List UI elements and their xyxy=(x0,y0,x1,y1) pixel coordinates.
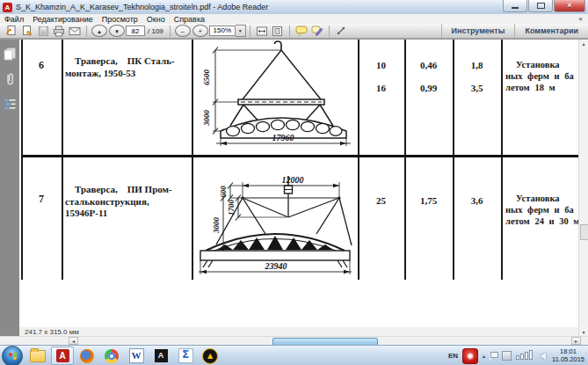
vertical-scrollbar-thumb[interactable] xyxy=(580,224,588,240)
toolbar-separator xyxy=(86,26,87,37)
comments-panel-button[interactable]: Комментарии xyxy=(514,24,588,38)
network-signal-icon[interactable] xyxy=(516,352,533,360)
taskbar-triangle-app-button[interactable]: ▲ xyxy=(199,347,221,365)
traverse-diagram-row7: 12000 600 1700 3000 23940 xyxy=(192,163,358,280)
row6-capacity-2: 16 xyxy=(359,83,403,93)
menu-view[interactable]: Просмотр xyxy=(98,15,142,24)
sigma-icon: Σ xyxy=(178,348,193,363)
page-count-label: / 109 xyxy=(148,27,163,35)
start-button[interactable] xyxy=(2,346,23,365)
menu-file[interactable]: Файл xyxy=(0,15,28,24)
zoom-dropdown-button[interactable]: ▼ xyxy=(236,25,246,37)
row7-number: 7 xyxy=(21,193,62,206)
taskbar-word-button[interactable]: W xyxy=(125,347,148,365)
comment-button[interactable] xyxy=(294,25,309,38)
dim-6500: 6500 xyxy=(202,69,211,86)
close-icon: × xyxy=(567,2,571,10)
show-hidden-icons-button[interactable]: ▴ xyxy=(483,353,485,359)
scroll-right-button[interactable]: ▸ xyxy=(571,337,581,345)
row7-weight: 1,75 xyxy=(406,195,451,206)
expand-toolbar-button[interactable] xyxy=(334,25,348,38)
taskbar-explorer-button[interactable] xyxy=(26,347,49,365)
sign-button[interactable] xyxy=(310,25,324,38)
minimize-button[interactable] xyxy=(503,0,527,12)
zoom-level-value[interactable]: 150% xyxy=(209,26,236,36)
page-number-input[interactable] xyxy=(126,26,145,36)
row7-name-line2: стальконструкция, xyxy=(65,196,190,208)
pdf-page[interactable]: 6 Траверса, ПК Сталь- монтаж, 1950-53 10… xyxy=(19,40,588,327)
page-up-icon: ▴ xyxy=(98,28,101,34)
sign-pen-icon xyxy=(311,26,323,36)
create-pdf-button[interactable] xyxy=(20,25,34,38)
next-page-button[interactable]: ▾ xyxy=(109,25,125,37)
chrome-icon xyxy=(105,349,119,363)
toolbar-separator xyxy=(170,26,171,37)
tray-clock[interactable]: 18:01 11.05.2015 xyxy=(552,348,584,363)
dim-3000: 3000 xyxy=(202,110,211,128)
zoom-in-button[interactable]: + xyxy=(192,25,208,37)
antivirus-tray-icon[interactable] xyxy=(462,348,478,364)
folder-icon xyxy=(30,350,46,362)
screen: { "window": { "title": "S_K_Khamzin_A_K_… xyxy=(0,0,588,365)
action-center-flag-icon[interactable] xyxy=(490,352,497,361)
close-button[interactable]: × xyxy=(554,0,585,12)
table-border xyxy=(21,40,23,280)
word-icon: W xyxy=(129,348,144,363)
print-icon xyxy=(53,26,65,37)
document-size-label: 241.7 x 315.0 мм xyxy=(25,328,79,336)
taskbar-chrome-button[interactable] xyxy=(100,347,123,365)
bookmarks-icon[interactable] xyxy=(4,98,16,113)
row7-purpose-line2: ных ферм и ба xyxy=(505,204,588,215)
status-bar: 241.7 x 315.0 мм xyxy=(19,327,588,336)
menu-help[interactable]: Справка xyxy=(170,15,209,24)
menu-bar: Файл Редактирование Просмотр Окно Справк… xyxy=(0,14,588,24)
toolbar-separator xyxy=(250,26,250,37)
windows-taskbar: A W A Σ ▲ EN ▴ 18:01 11.05.2015 xyxy=(0,345,588,365)
row6-height-2: 3,5 xyxy=(454,83,499,93)
page-thumbnails-icon[interactable] xyxy=(4,47,16,64)
row7-purpose-line3: летом 24 и 30 м xyxy=(505,215,588,227)
print-button[interactable] xyxy=(52,25,66,38)
language-indicator[interactable]: EN xyxy=(448,352,458,360)
maximize-button[interactable] xyxy=(528,0,553,12)
scroll-left-button[interactable]: ◂ xyxy=(69,337,78,345)
toolbar-separator xyxy=(289,26,290,37)
firefox-icon xyxy=(80,349,94,363)
adobe-reader-icon: A xyxy=(56,349,69,362)
window-title: S_K_Khamzin_A_K_Karasev_Tekhnologia_stro… xyxy=(16,3,268,11)
dropdown-icon: ▼ xyxy=(238,28,243,33)
open-file-button[interactable] xyxy=(4,25,18,38)
scroll-down-button[interactable]: ▾ xyxy=(579,329,588,335)
row6-height-1: 1,8 xyxy=(454,60,499,70)
zoom-out-button[interactable]: – xyxy=(175,25,191,37)
vertical-scrollbar[interactable]: ▴ ▾ xyxy=(578,40,588,336)
table-border xyxy=(404,40,406,280)
scroll-up-button[interactable]: ▴ xyxy=(579,40,588,47)
taskbar-sigma-app-button[interactable]: Σ xyxy=(174,347,197,365)
menu-edit[interactable]: Редактирование xyxy=(28,15,98,24)
table-border xyxy=(453,40,454,280)
attachments-paperclip-icon[interactable] xyxy=(4,72,15,90)
tools-panel-button[interactable]: Инструменты xyxy=(441,24,515,38)
dim-23940: 23940 xyxy=(265,261,287,271)
fit-width-button[interactable] xyxy=(255,25,269,38)
row7-name: Траверса, ПИ Пром- стальконструкция, 159… xyxy=(65,184,190,220)
menu-window[interactable]: Окно xyxy=(142,15,170,24)
expand-arrows-icon xyxy=(336,26,346,36)
save-button[interactable] xyxy=(36,25,50,38)
email-button[interactable] xyxy=(68,25,82,38)
taskbar-firefox-button[interactable] xyxy=(76,347,98,365)
row7-purpose-line1: Установка xyxy=(505,193,588,204)
taskbar-adobe-reader-button[interactable]: A xyxy=(51,347,74,365)
volume-icon[interactable] xyxy=(537,353,546,360)
dim-12000: 12000 xyxy=(282,175,304,185)
taskbar-black-app-button[interactable]: A xyxy=(149,347,172,365)
fit-page-button[interactable] xyxy=(271,25,285,38)
tray-app-icon[interactable] xyxy=(502,351,512,361)
previous-page-button[interactable]: ▴ xyxy=(91,25,107,37)
row6-purpose-line3: летом 18 м xyxy=(505,82,588,93)
dim-3000-row7: 3000 xyxy=(212,217,221,235)
toolbar: ▴ ▾ / 109 – + 150% ▼ Инструменты Коммент… xyxy=(0,24,588,39)
menubar-close-icon[interactable]: × xyxy=(578,14,583,24)
circle-triangle-icon: ▲ xyxy=(202,348,218,364)
